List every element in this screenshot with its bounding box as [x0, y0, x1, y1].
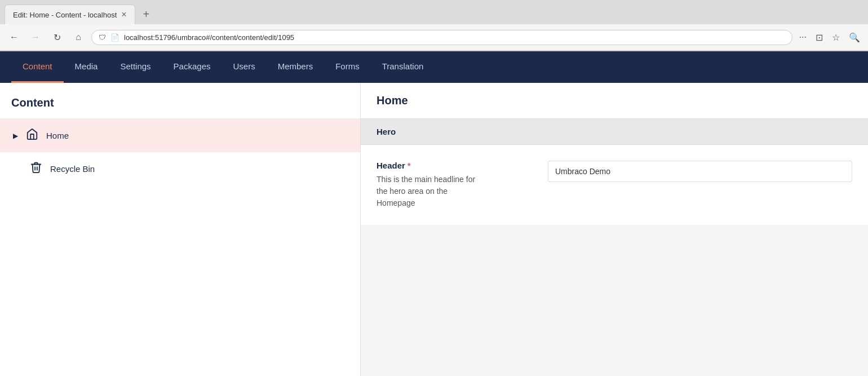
header-label-col: Header * This is the main headline forth… — [377, 161, 534, 209]
active-tab[interactable]: Edit: Home - Content - localhost × — [5, 5, 135, 24]
forward-button[interactable]: → — [27, 29, 44, 46]
nav-extras: ··· ⊡ ☆ 🔍 — [797, 30, 862, 45]
sidebar: Content ▶ Home — [0, 83, 361, 376]
new-tab-button[interactable]: + — [138, 5, 156, 24]
back-button[interactable]: ← — [6, 29, 23, 46]
hero-section-body: Header * This is the main headline forth… — [361, 145, 868, 225]
search-button[interactable]: 🔍 — [847, 30, 862, 45]
forward-icon: → — [31, 32, 40, 42]
header-field-input[interactable] — [548, 161, 852, 182]
nav-item-content[interactable]: Content — [11, 51, 64, 83]
home-expand-arrow: ▶ — [13, 132, 18, 140]
header-field-label: Header * — [377, 161, 534, 170]
content-title-input[interactable] — [377, 94, 852, 107]
browser-chrome: Edit: Home - Content - localhost × + ← →… — [0, 0, 868, 51]
tab-title: Edit: Home - Content - localhost — [13, 11, 117, 19]
required-indicator: * — [408, 161, 411, 170]
nav-item-forms[interactable]: Forms — [324, 51, 371, 83]
address-bar[interactable]: 🛡 📄 — [91, 30, 792, 45]
reload-icon: ↻ — [54, 32, 61, 43]
header-field-description: This is the main headline forthe hero ar… — [377, 174, 534, 209]
bookmark-button[interactable]: ☆ — [830, 30, 842, 45]
ellipsis-button[interactable]: ··· — [797, 30, 809, 45]
nav-bar: ← → ↻ ⌂ 🛡 📄 ··· ⊡ ☆ 🔍 — [0, 24, 868, 51]
content-panel: Hero Header * This is the main headline … — [361, 83, 868, 376]
sidebar-header: Content — [0, 83, 360, 119]
content-title-bar — [361, 83, 868, 119]
reload-button[interactable]: ↻ — [48, 29, 65, 46]
page-icon: 📄 — [110, 33, 119, 42]
tab-bar: Edit: Home - Content - localhost × + — [0, 0, 868, 24]
home-nav-icon: ⌂ — [76, 32, 81, 42]
header-field-row: Header * This is the main headline forth… — [377, 161, 852, 209]
nav-item-media[interactable]: Media — [64, 51, 109, 83]
hero-section: Hero Header * This is the main headline … — [361, 119, 868, 225]
recycle-bin-icon — [30, 161, 42, 176]
nav-item-settings[interactable]: Settings — [109, 51, 162, 83]
home-icon — [26, 128, 38, 143]
tab-close-button[interactable]: × — [121, 10, 126, 20]
top-nav: Content Media Settings Packages Users Me… — [0, 51, 868, 83]
sidebar-item-home[interactable]: ▶ Home — [0, 119, 360, 152]
security-icon: 🛡 — [99, 33, 106, 42]
nav-item-translation[interactable]: Translation — [371, 51, 435, 83]
sidebar-heading: Content — [11, 96, 349, 109]
back-icon: ← — [10, 32, 19, 42]
nav-item-members[interactable]: Members — [267, 51, 325, 83]
home-nav-button[interactable]: ⌂ — [70, 29, 87, 46]
url-input[interactable] — [124, 33, 785, 42]
hero-section-header: Hero — [361, 119, 868, 145]
app-wrapper: Content Media Settings Packages Users Me… — [0, 51, 868, 376]
nav-item-packages[interactable]: Packages — [162, 51, 222, 83]
header-input-col — [548, 161, 852, 182]
sidebar-item-recycle-bin[interactable]: Recycle Bin — [0, 152, 360, 185]
main-area: Content ▶ Home — [0, 83, 868, 376]
nav-item-users[interactable]: Users — [222, 51, 266, 83]
sidebar-item-recycle-label: Recycle Bin — [50, 164, 95, 174]
pocket-button[interactable]: ⊡ — [813, 30, 825, 45]
sidebar-item-home-label: Home — [46, 131, 69, 140]
